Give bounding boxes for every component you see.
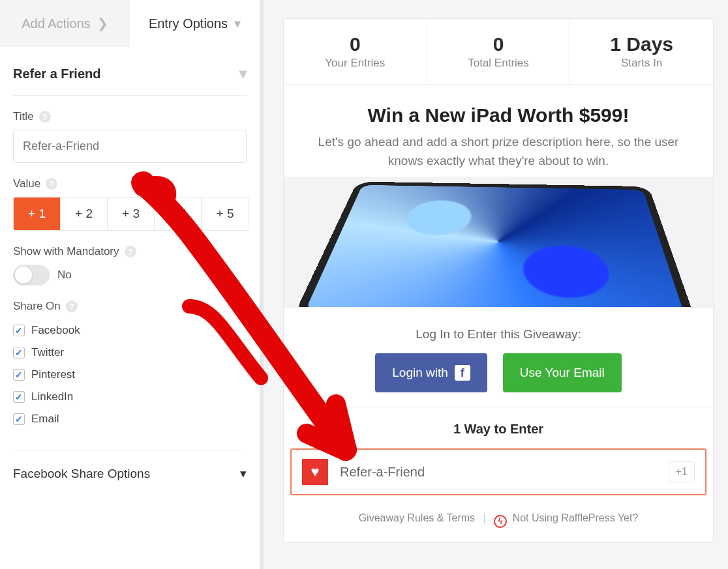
help-icon[interactable]: ?	[66, 300, 78, 312]
entry-action-refer[interactable]: ♥ Refer-a-Friend +1	[290, 448, 706, 495]
settings-sidebar: Add Actions Entry Options Refer a Friend…	[0, 0, 264, 569]
share-on-label: Share On	[13, 300, 61, 313]
value-segmented: + 1 + 2 + 3 + 4 + 5	[13, 197, 249, 231]
mandatory-label: Show with Mandatory	[13, 245, 119, 258]
accordion-fb-share[interactable]: Facebook Share Options	[13, 450, 247, 489]
prize-image	[284, 177, 713, 307]
help-icon[interactable]: ?	[46, 178, 57, 190]
title-input[interactable]	[13, 130, 247, 163]
share-item-label: Twitter	[31, 346, 64, 359]
help-icon[interactable]: ?	[39, 111, 51, 123]
tab-entry-options-label: Entry Options	[149, 16, 228, 31]
checkbox-icon: ✓	[13, 413, 25, 425]
value-option-3[interactable]: + 3	[108, 197, 155, 230]
stat-your-entries: 0 Your Entries	[284, 19, 427, 84]
help-icon[interactable]: ?	[125, 246, 136, 257]
ways-heading: 1 Way to Enter	[284, 407, 713, 448]
rafflepress-logo-icon: ϟ	[494, 515, 507, 528]
chevron-down-icon	[240, 466, 247, 481]
title-label: Title	[13, 110, 34, 123]
footer-separator: |	[483, 512, 486, 523]
share-item-label: LinkedIn	[31, 390, 73, 403]
sidebar-tabs: Add Actions Entry Options	[0, 0, 260, 47]
checkbox-icon: ✓	[13, 325, 25, 336]
panel-title: Refer a Friend	[13, 66, 100, 81]
login-email-label: Use Your Email	[520, 366, 605, 380]
mandatory-toggle[interactable]	[13, 265, 50, 285]
share-item-label: Email	[31, 413, 59, 426]
login-email-button[interactable]: Use Your Email	[503, 353, 622, 392]
value-option-1[interactable]: + 1	[14, 197, 61, 230]
ipad-illustration	[293, 182, 698, 307]
share-item-facebook[interactable]: ✓ Facebook	[13, 319, 247, 342]
giveaway-preview: 0 Your Entries 0 Total Entries 1 Days St…	[283, 18, 714, 543]
field-value: Value ? + 1 + 2 + 3 + 4 + 5	[13, 177, 247, 231]
entry-title: Refer-a-Friend	[340, 465, 657, 480]
tab-add-actions[interactable]: Add Actions	[0, 0, 130, 47]
chevron-down-icon	[234, 16, 241, 31]
entry-value-badge: +1	[669, 461, 695, 482]
mandatory-state: No	[57, 269, 72, 282]
stat-label: Your Entries	[284, 57, 427, 70]
tab-entry-options[interactable]: Entry Options	[130, 0, 260, 47]
login-facebook-button[interactable]: Login with f	[375, 353, 487, 392]
toggle-knob	[15, 267, 32, 284]
share-item-label: Pinterest	[31, 368, 75, 381]
stat-label: Starts In	[570, 57, 713, 70]
share-item-label: Facebook	[31, 324, 80, 337]
share-on-list: ✓ Facebook ✓ Twitter ✓ Pinterest ✓	[13, 319, 247, 430]
stats-row: 0 Your Entries 0 Total Entries 1 Days St…	[284, 19, 713, 85]
facebook-icon: f	[455, 365, 470, 381]
value-option-4[interactable]: + 4	[155, 197, 202, 230]
login-caption: Log In to Enter this Giveaway:	[297, 327, 700, 342]
headline-block: Win a New iPad Worth $599! Let's go ahea…	[284, 85, 713, 177]
share-item-email[interactable]: ✓ Email	[13, 408, 247, 430]
field-title: Title ?	[13, 110, 247, 163]
share-item-linkedin[interactable]: ✓ LinkedIn	[13, 386, 247, 408]
chevron-right-icon	[97, 16, 108, 31]
login-fb-label: Login with	[392, 366, 448, 380]
value-option-5[interactable]: + 5	[202, 197, 249, 230]
value-label: Value	[13, 177, 40, 190]
field-share-on: Share On ? ✓ Facebook ✓ Twitter	[13, 300, 247, 430]
panel-header-refer[interactable]: Refer a Friend	[13, 59, 247, 96]
stat-value: 0	[427, 33, 570, 55]
footer-rules-link[interactable]: Giveaway Rules & Terms	[359, 512, 475, 523]
footer-promo-link[interactable]: Not Using RafflePress Yet?	[513, 512, 639, 523]
chevron-down-icon	[239, 65, 247, 82]
stat-total-entries: 0 Total Entries	[427, 19, 571, 84]
giveaway-subtitle: Let's go ahead and add a short prize des…	[306, 133, 691, 170]
heart-icon: ♥	[302, 459, 328, 485]
checkbox-icon: ✓	[13, 369, 25, 381]
accordion-label: Facebook Share Options	[13, 467, 150, 481]
share-item-twitter[interactable]: ✓ Twitter	[13, 342, 247, 364]
field-mandatory: Show with Mandatory ? No	[13, 245, 247, 285]
stat-label: Total Entries	[427, 57, 570, 70]
checkbox-icon: ✓	[13, 347, 25, 358]
checkbox-icon: ✓	[13, 391, 25, 403]
preview-footer: Giveaway Rules & Terms | ϟ Not Using Raf…	[284, 503, 713, 542]
tab-add-actions-label: Add Actions	[22, 16, 91, 31]
stat-value: 1 Days	[570, 33, 713, 55]
giveaway-title: Win a New iPad Worth $599!	[306, 104, 691, 126]
preview-area: 0 Your Entries 0 Total Entries 1 Days St…	[264, 0, 728, 569]
stat-starts-in: 1 Days Starts In	[570, 19, 713, 84]
stat-value: 0	[284, 33, 427, 55]
login-block: Log In to Enter this Giveaway: Login wit…	[284, 307, 713, 407]
value-option-2[interactable]: + 2	[61, 197, 108, 230]
share-item-pinterest[interactable]: ✓ Pinterest	[13, 364, 247, 386]
